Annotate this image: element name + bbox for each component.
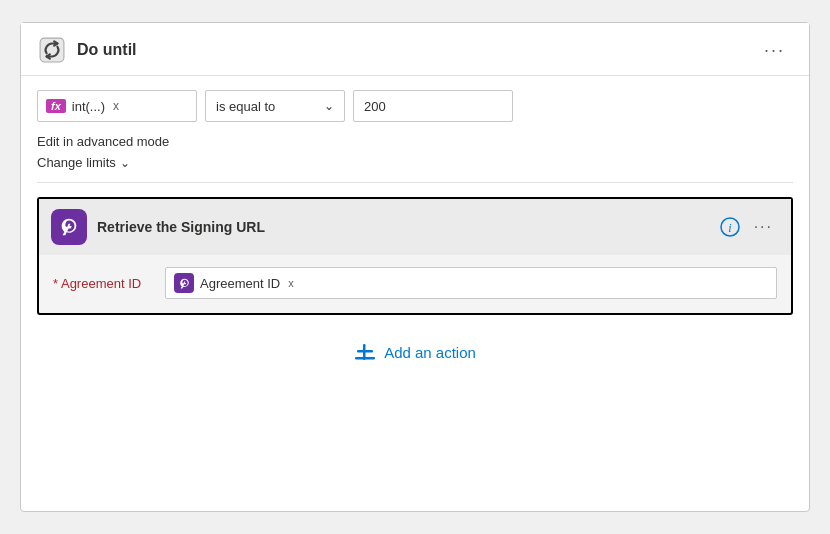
value-input[interactable]: 200 (353, 90, 513, 122)
field-chip-label: Agreement ID (200, 276, 280, 291)
adobe-sign-icon-lg (51, 209, 87, 245)
value-text: 200 (364, 99, 386, 114)
svg-rect-0 (40, 38, 64, 62)
field-label: Agreement ID (53, 276, 153, 291)
token-label: int(...) (72, 99, 105, 114)
adobe-sign-icon-sm (174, 273, 194, 293)
operator-select[interactable]: is equal to ⌄ (205, 90, 345, 122)
fx-badge: fx (46, 99, 66, 113)
add-action-row[interactable]: Add an action (37, 331, 793, 367)
token-chip: int(...) x (72, 99, 119, 114)
card-header: Do until ··· (21, 23, 809, 76)
svg-rect-5 (355, 357, 375, 360)
add-action-icon (354, 341, 376, 363)
chevron-down-icon: ⌄ (120, 156, 130, 170)
condition-row: fx int(...) x is equal to ⌄ 200 (37, 90, 793, 122)
action-card-header-right: i ··· (720, 216, 779, 238)
do-until-card: Do until ··· fx int(...) x is equal to ⌄… (20, 22, 810, 512)
loop-icon (37, 35, 67, 65)
svg-text:i: i (728, 221, 731, 235)
chevron-down-icon: ⌄ (324, 99, 334, 113)
action-ellipsis-button[interactable]: ··· (748, 216, 779, 238)
card-title: Do until (77, 41, 137, 59)
divider (37, 182, 793, 183)
field-chip-close-button[interactable]: x (288, 277, 294, 289)
change-limits-label: Change limits (37, 155, 116, 170)
add-action-label: Add an action (384, 344, 476, 361)
card-header-left: Do until (37, 35, 137, 65)
token-close-button[interactable]: x (113, 99, 119, 113)
info-button[interactable]: i (720, 217, 740, 237)
operator-label: is equal to (216, 99, 275, 114)
card-body: fx int(...) x is equal to ⌄ 200 Edit in … (21, 76, 809, 383)
action-card-header-left: Retrieve the Signing URL (51, 209, 265, 245)
header-ellipsis-button[interactable]: ··· (756, 36, 793, 65)
action-card: Retrieve the Signing URL i ··· Agreement (37, 197, 793, 315)
field-row: Agreement ID Agreement ID x (53, 267, 777, 299)
action-card-header: Retrieve the Signing URL i ··· (39, 199, 791, 255)
action-card-body: Agreement ID Agreement ID x (39, 255, 791, 313)
field-value-box[interactable]: Agreement ID x (165, 267, 777, 299)
change-limits-row[interactable]: Change limits ⌄ (37, 155, 793, 170)
edit-advanced-mode-link[interactable]: Edit in advanced mode (37, 134, 169, 149)
action-card-title: Retrieve the Signing URL (97, 219, 265, 235)
condition-token-input[interactable]: fx int(...) x (37, 90, 197, 122)
